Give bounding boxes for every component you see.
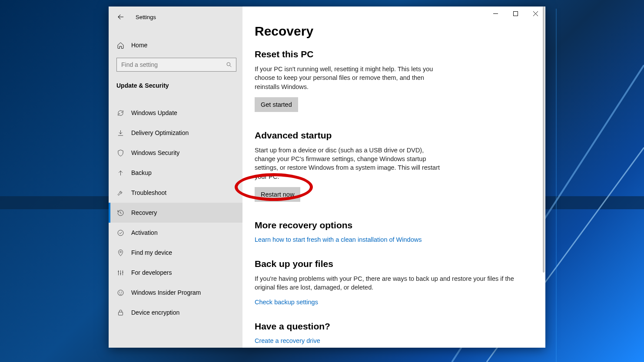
shield-icon: [116, 149, 124, 157]
location-icon: [116, 249, 124, 257]
sidebar-item-label: Activation: [131, 229, 158, 236]
maximize-button[interactable]: [505, 7, 525, 20]
search-input[interactable]: [116, 58, 236, 72]
svg-point-14: [121, 292, 122, 293]
home-icon: [116, 41, 124, 49]
sidebar-item-activation[interactable]: Activation: [109, 223, 242, 243]
sidebar-item-label: Find my device: [131, 249, 172, 256]
back-button[interactable]: [116, 13, 125, 21]
app-title: Settings: [136, 14, 156, 20]
arrow-up-icon: [116, 169, 124, 177]
question-heading: Have a question?: [255, 321, 533, 332]
lock-icon: [116, 309, 124, 316]
sidebar-item-label: Windows Insider Program: [131, 289, 201, 296]
svg-line-9: [230, 66, 232, 67]
settings-sliders-icon: [116, 269, 124, 276]
check-circle-icon: [116, 229, 124, 237]
sidebar-item-label: Backup: [131, 169, 152, 176]
sidebar-item-troubleshoot[interactable]: Troubleshoot: [109, 183, 242, 203]
learn-fresh-install-link[interactable]: Learn how to start fresh with a clean in…: [255, 236, 422, 243]
sidebar: Settings Home Update & Security Windows …: [109, 7, 242, 348]
svg-rect-5: [513, 11, 518, 16]
home-button[interactable]: Home: [109, 36, 242, 54]
download-icon: [116, 129, 124, 137]
sidebar-item-windows-update[interactable]: Windows Update: [109, 103, 242, 123]
sidebar-item-label: Windows Security: [131, 149, 179, 156]
restart-now-button[interactable]: Restart now: [255, 187, 300, 202]
section-title: Update & Security: [109, 78, 242, 94]
svg-point-13: [119, 292, 120, 293]
insider-icon: [116, 289, 124, 296]
minimize-button[interactable]: [485, 7, 505, 20]
sidebar-item-label: Device encryption: [131, 309, 179, 316]
sidebar-item-windows-insider-program[interactable]: Windows Insider Program: [109, 283, 242, 303]
sidebar-item-backup[interactable]: Backup: [109, 163, 242, 183]
backup-description: If you're having problems with your PC, …: [255, 274, 533, 292]
sidebar-item-label: Recovery: [131, 209, 157, 216]
sync-icon: [116, 109, 124, 117]
reset-heading: Reset this PC: [255, 49, 533, 59]
arrow-left-icon: [117, 13, 125, 21]
sidebar-item-delivery-optimization[interactable]: Delivery Optimization: [109, 123, 242, 143]
page-title: Recovery: [255, 24, 533, 39]
reset-description: If your PC isn't running well, resetting…: [255, 65, 446, 91]
sidebar-item-find-my-device[interactable]: Find my device: [109, 243, 242, 263]
scrollbar[interactable]: [543, 7, 544, 273]
svg-point-8: [227, 63, 230, 66]
sidebar-item-for-developers[interactable]: For developers: [109, 263, 242, 283]
svg-point-12: [118, 290, 123, 296]
wrench-icon: [116, 189, 124, 197]
sidebar-item-label: For developers: [131, 269, 172, 276]
sidebar-item-label: Troubleshoot: [131, 189, 166, 196]
sidebar-item-recovery[interactable]: Recovery: [109, 203, 242, 223]
advanced-startup-heading: Advanced startup: [255, 130, 533, 141]
search-icon: [226, 62, 232, 68]
sidebar-item-windows-security[interactable]: Windows Security: [109, 143, 242, 163]
svg-point-11: [120, 251, 121, 253]
settings-window: Settings Home Update & Security Windows …: [109, 7, 545, 348]
home-label: Home: [131, 42, 147, 49]
svg-rect-15: [118, 312, 123, 315]
window-caption-buttons: [485, 7, 545, 20]
sidebar-item-device-encryption[interactable]: Device encryption: [109, 303, 242, 323]
check-backup-settings-link[interactable]: Check backup settings: [255, 299, 318, 306]
content-pane: Recovery Reset this PC If your PC isn't …: [242, 7, 545, 348]
backup-heading: Back up your files: [255, 259, 533, 269]
history-icon: [116, 209, 124, 217]
sidebar-item-label: Delivery Optimization: [131, 129, 189, 136]
sidebar-item-label: Windows Update: [131, 109, 177, 116]
more-options-heading: More recovery options: [255, 220, 533, 230]
sidebar-nav: Windows Update Delivery Optimization Win…: [109, 103, 242, 323]
svg-point-10: [118, 230, 123, 236]
advanced-startup-description: Start up from a device or disc (such as …: [255, 146, 446, 181]
get-started-button[interactable]: Get started: [255, 97, 298, 112]
create-recovery-drive-link[interactable]: Create a recovery drive: [255, 337, 320, 344]
close-button[interactable]: [525, 7, 545, 20]
